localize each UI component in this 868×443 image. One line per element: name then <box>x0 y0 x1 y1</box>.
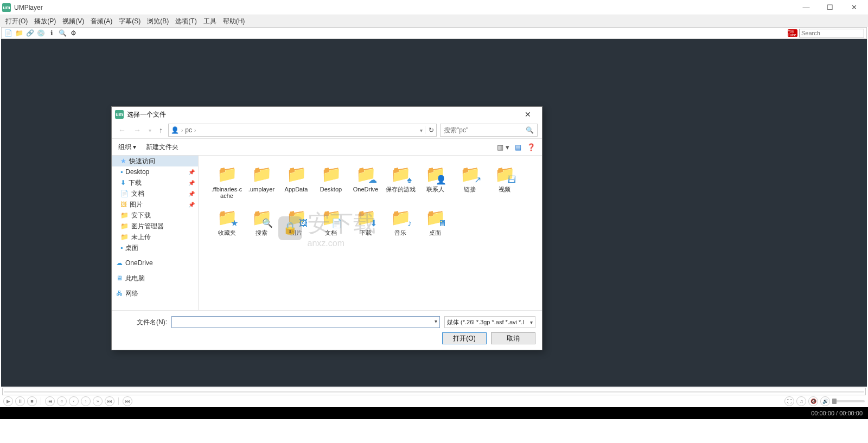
nav-back-icon[interactable]: ← <box>116 126 128 134</box>
open-button[interactable]: 打开(O) <box>442 332 487 344</box>
file-item[interactable]: 📁🖥桌面 <box>418 206 452 249</box>
maximize-button[interactable]: ☐ <box>818 0 842 15</box>
prev-button[interactable]: ⏮ <box>45 396 55 406</box>
refresh-icon[interactable]: ↻ <box>425 126 434 134</box>
folder-desktop-icon: 📁🖥 <box>424 206 446 228</box>
sidebar-pictures[interactable]: 🖼图片📌 <box>112 199 198 210</box>
next-button[interactable]: ⏭ <box>105 396 114 406</box>
menu-open[interactable]: 打开(O) <box>2 17 31 26</box>
toolbar: 📄 📁 🔗 💿 ℹ 🔍 ⚙ You Tube <box>1 27 867 39</box>
equalizer-button[interactable]: ♫ <box>796 396 806 406</box>
chevron-down-icon[interactable]: ▾ <box>420 127 423 133</box>
fwd-button[interactable]: › <box>81 396 91 406</box>
menu-tools[interactable]: 工具 <box>200 17 220 26</box>
help-icon[interactable]: ❓ <box>527 143 535 151</box>
nav-up-icon[interactable]: ↑ <box>157 126 165 134</box>
open-folder-icon[interactable]: 📁 <box>15 29 23 37</box>
file-open-dialog: um 选择一个文件 ✕ ← → ▾ ↑ 👤 › pc › ▾ ↻ 🔍 <box>111 106 542 350</box>
view-mode-button[interactable]: ▥ ▾ <box>497 143 509 151</box>
search-icon[interactable]: 🔍 <box>58 29 67 37</box>
file-item[interactable]: 📁📄文档 <box>314 206 348 249</box>
dialog-search[interactable]: 🔍 <box>440 124 538 137</box>
back-button[interactable]: ‹ <box>69 396 79 406</box>
fastfwd-button[interactable]: » <box>93 396 103 406</box>
file-item[interactable]: 📁🎞视频 <box>487 162 522 206</box>
sidebar-onedrive[interactable]: ☁OneDrive <box>112 258 198 268</box>
nav-recent-icon[interactable]: ▾ <box>146 127 154 133</box>
sidebar-picmgr[interactable]: 📁图片管理器 <box>112 221 198 232</box>
sidebar-downloads[interactable]: ⬇下载📌 <box>112 177 198 188</box>
sidebar-quickaccess[interactable]: ★快速访问 <box>112 156 198 166</box>
menu-play[interactable]: 播放(P) <box>31 17 59 26</box>
menu-help[interactable]: 帮助(H) <box>220 17 248 26</box>
dialog-close-button[interactable]: ✕ <box>517 110 539 119</box>
info-icon[interactable]: ℹ <box>47 29 56 37</box>
open-disc-icon[interactable]: 💿 <box>36 29 45 37</box>
sidebar-network[interactable]: 🖧网络 <box>112 288 198 299</box>
crumb-user[interactable]: pc <box>185 126 192 134</box>
sidebar-anxiazai[interactable]: 📁安下载 <box>112 210 198 221</box>
mute-button[interactable]: 🔇 <box>808 396 818 406</box>
file-item[interactable]: 📁Desktop <box>314 162 348 206</box>
chevron-right-icon: › <box>194 127 196 133</box>
folder-icon: 📁 <box>250 162 273 185</box>
sidebar-thispc[interactable]: 🖥此电脑 <box>112 273 198 284</box>
dialog-icon: um <box>115 110 124 119</box>
search-input[interactable] <box>799 29 864 37</box>
open-file-icon[interactable]: 📄 <box>4 29 12 37</box>
file-item[interactable]: 📁AppData <box>279 162 314 206</box>
seek-bar[interactable] <box>2 388 866 395</box>
menu-audio[interactable]: 音频(A) <box>87 17 116 26</box>
pin-icon: 📌 <box>188 180 195 186</box>
file-label: 文档 <box>325 229 337 236</box>
sidebar-documents[interactable]: 📄文档📌 <box>112 188 198 199</box>
file-label: 下载 <box>360 229 372 236</box>
file-grid[interactable]: 📁.ffbinaries-cache📁.umplayer📁AppData📁Des… <box>199 156 542 310</box>
minimize-button[interactable]: — <box>794 0 818 15</box>
file-type-select[interactable]: 媒体 (*.26l *.3gp *.asf *.avi *.l▾ <box>444 316 535 328</box>
sidebar-desktop[interactable]: ▪Desktop📌 <box>112 166 198 177</box>
new-folder-button[interactable]: 新建文件夹 <box>146 143 178 152</box>
nav-forward-icon[interactable]: → <box>131 126 143 134</box>
file-label: 链接 <box>464 186 476 192</box>
stop-button[interactable]: ■ <box>27 396 37 406</box>
file-item[interactable]: 📁★收藏夹 <box>209 206 244 249</box>
file-item[interactable]: 📁♠保存的游戏 <box>383 162 418 206</box>
fullscreen-button[interactable]: ⛶ <box>784 396 794 406</box>
sidebar-weishangchuan[interactable]: 📁未上传 <box>112 232 198 242</box>
file-item[interactable]: 📁☁OneDrive <box>348 162 383 206</box>
file-item[interactable]: 📁.umplayer <box>244 162 279 206</box>
file-item[interactable]: 📁♪音乐 <box>383 206 418 249</box>
dialog-search-input[interactable] <box>444 126 526 134</box>
dialog-body: ★快速访问 ▪Desktop📌 ⬇下载📌 📄文档📌 🖼图片📌 📁安下载 📁图片管… <box>112 156 542 310</box>
menu-options[interactable]: 选项(T) <box>172 17 200 26</box>
rewind-button[interactable]: « <box>57 396 67 406</box>
sidebar-desktop2[interactable]: ▪桌面 <box>112 242 198 253</box>
file-item[interactable]: 📁⬇下载 <box>348 206 383 249</box>
folder-doc-icon: 📁📄 <box>320 206 342 228</box>
file-item[interactable]: 📁🔍搜索 <box>244 206 279 249</box>
open-url-icon[interactable]: 🔗 <box>25 29 34 37</box>
menu-video[interactable]: 视频(V) <box>59 17 87 26</box>
pause-button[interactable]: ⏸ <box>15 396 25 406</box>
filename-input[interactable] <box>171 316 440 328</box>
breadcrumb[interactable]: 👤 › pc › ▾ ↻ <box>168 124 437 137</box>
filename-label: 文件名(N): <box>118 318 167 327</box>
close-button[interactable]: ✕ <box>842 0 866 15</box>
file-item[interactable]: 📁.ffbinaries-cache <box>209 162 244 206</box>
document-icon: 📄 <box>120 190 129 197</box>
menu-browse[interactable]: 浏览(B) <box>144 17 172 26</box>
organize-button[interactable]: 组织 ▾ <box>118 143 136 152</box>
file-item[interactable]: 📁👤联系人 <box>418 162 452 206</box>
cancel-button[interactable]: 取消 <box>491 332 535 344</box>
file-item[interactable]: 📁↗链接 <box>452 162 487 206</box>
settings-icon[interactable]: ⚙ <box>69 29 78 37</box>
volume-button[interactable]: 🔊 <box>820 396 830 406</box>
file-item[interactable]: 📁🖼图片 <box>279 206 314 249</box>
menu-subtitle[interactable]: 字幕(S) <box>116 17 144 26</box>
preview-pane-button[interactable]: ▤ <box>515 143 521 151</box>
play-button[interactable]: ▶ <box>3 396 13 406</box>
step-button[interactable]: ⏭ <box>123 396 132 406</box>
folder-video-icon: 📁🎞 <box>493 162 516 185</box>
volume-slider[interactable] <box>832 400 865 402</box>
